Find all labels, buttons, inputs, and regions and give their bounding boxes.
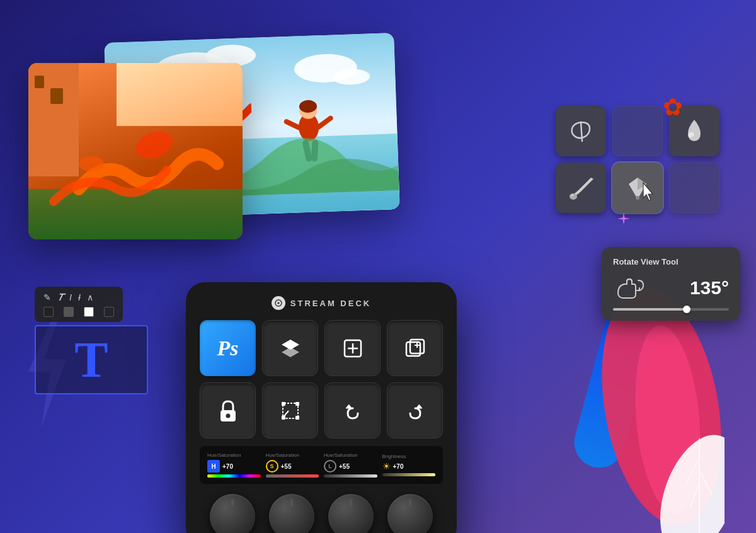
char-icon-pen[interactable]: ✎ [43, 292, 51, 302]
tool-empty-2[interactable] [669, 163, 719, 213]
knob-4[interactable] [387, 494, 433, 533]
char-swatch-black[interactable] [43, 307, 54, 317]
char-swatch-mid[interactable] [64, 307, 74, 317]
artwork-card-front [28, 63, 243, 239]
lcd-bright-section: Brightness ☀ +70 [382, 454, 436, 476]
text-tool-widget: T [35, 325, 148, 394]
tool-icons-panel [556, 106, 719, 213]
char-icon-italic2[interactable]: I [78, 292, 81, 302]
deck-button-ps[interactable]: Ps [200, 320, 256, 376]
tool-brush-alt-button[interactable] [556, 163, 606, 213]
char-swatch-outline[interactable] [104, 307, 114, 317]
rotate-icon [613, 274, 644, 302]
svg-rect-30 [282, 402, 285, 406]
tool-empty-1[interactable] [612, 106, 663, 156]
lcd-sat-section: Hue/Saturation S +55 [266, 452, 319, 478]
char-icon-line[interactable]: ∧ [87, 292, 93, 302]
char-icon-strikethrough[interactable]: 𝘛 [57, 292, 63, 303]
lcd-hue-section: Hue/Saturation H +70 [207, 452, 261, 478]
flower-red-decoration: ✿ [663, 93, 683, 121]
button-grid: Ps [200, 320, 443, 376]
svg-point-37 [571, 194, 573, 197]
deck-button-transform[interactable] [262, 382, 318, 438]
svg-point-16 [79, 156, 104, 171]
text-tool-box: T [35, 325, 148, 394]
rotate-slider[interactable] [613, 308, 729, 311]
stream-deck-header: STREAM DECK [200, 296, 443, 310]
rotate-popup-title: Rotate View Tool [613, 257, 729, 266]
stream-deck-device: STREAM DECK Ps [186, 282, 457, 533]
tool-lasso-button[interactable] [556, 106, 606, 156]
svg-point-36 [570, 193, 577, 200]
stream-deck-brand: STREAM DECK [290, 299, 371, 308]
button-grid-row2 [200, 382, 443, 438]
deck-button-undo[interactable] [324, 382, 381, 438]
deck-button-paste[interactable] [387, 320, 443, 376]
rotate-view-popup: Rotate View Tool 135° [602, 247, 740, 321]
svg-marker-19 [282, 347, 299, 357]
svg-line-14 [319, 118, 331, 127]
deck-button-layers[interactable] [262, 320, 318, 376]
knobs-row [200, 491, 443, 533]
stream-deck-logo [272, 296, 285, 310]
lcd-lum-section: Hue/Saturation L +55 [324, 452, 377, 478]
svg-point-38 [636, 196, 639, 200]
svg-line-34 [283, 411, 289, 418]
deck-button-redo[interactable] [387, 382, 443, 438]
deck-button-add[interactable] [324, 320, 381, 376]
star-sparkle-decoration [616, 211, 631, 229]
knob-1[interactable] [210, 494, 255, 533]
svg-point-28 [226, 413, 230, 418]
text-t-letter: T [74, 335, 108, 385]
svg-rect-33 [295, 416, 299, 420]
char-icon-italic[interactable]: I [69, 292, 72, 302]
svg-line-13 [287, 121, 299, 128]
rotate-value: 135° [690, 277, 729, 299]
char-panel: ✎ 𝘛 I I ∧ [35, 287, 123, 322]
svg-rect-31 [295, 402, 299, 406]
svg-point-15 [132, 127, 176, 163]
deck-button-lock[interactable] [200, 382, 256, 438]
cursor [641, 181, 658, 205]
char-swatch-white[interactable] [84, 307, 94, 317]
lcd-panel: Hue/Saturation H +70 Hue/Saturation S +5… [200, 446, 443, 484]
knob-3[interactable] [328, 494, 374, 533]
knob-2[interactable] [269, 494, 314, 533]
